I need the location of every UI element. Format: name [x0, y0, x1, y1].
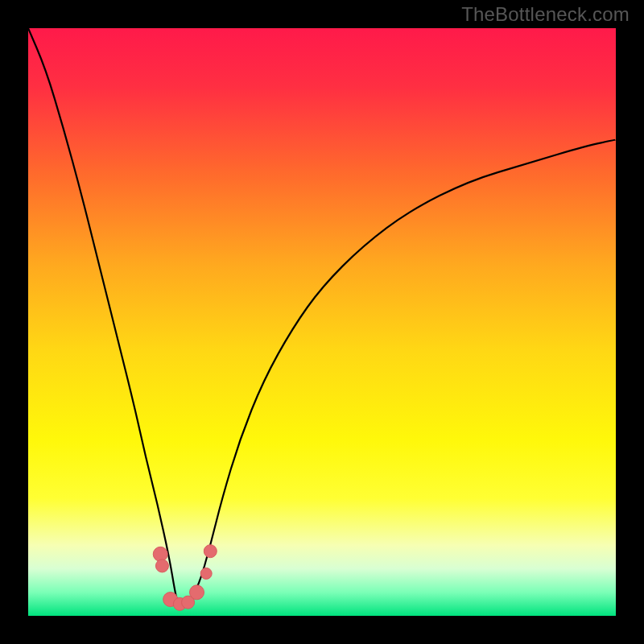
curve-marker: [155, 559, 168, 572]
curve-marker: [204, 545, 217, 558]
watermark-text: TheBottleneck.com: [461, 3, 630, 26]
curve-marker: [153, 547, 167, 561]
curve-marker: [200, 568, 212, 579]
plot-area: [28, 28, 616, 616]
gradient-rect: [28, 28, 616, 616]
plot-svg: [28, 28, 616, 616]
chart-stage: TheBottleneck.com: [0, 0, 644, 644]
curve-marker: [190, 585, 204, 600]
